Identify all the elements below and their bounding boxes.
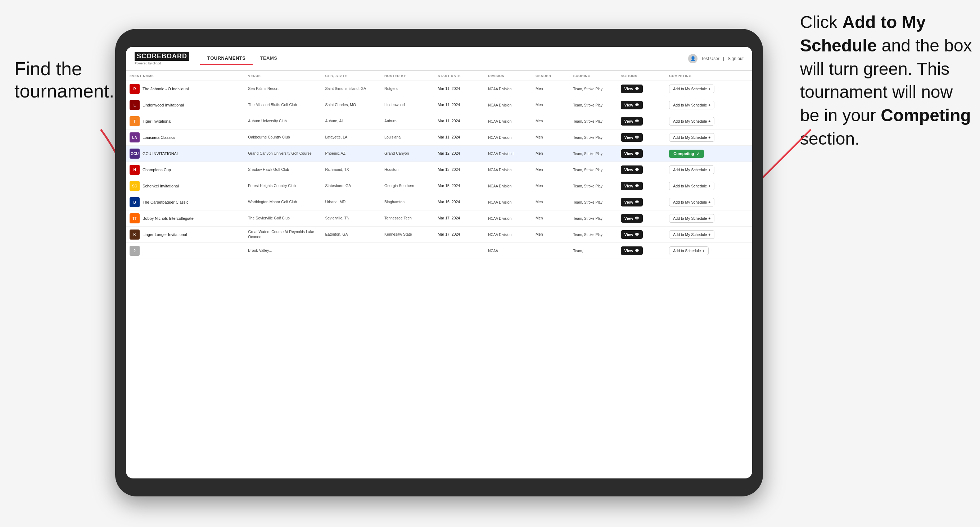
add-schedule-button[interactable]: Add to My Schedule + xyxy=(669,101,714,110)
cell-city: Statesboro, GA xyxy=(321,178,381,194)
cell-date: Mar 11, 2024 xyxy=(434,130,484,146)
cell-gender: Men xyxy=(532,227,570,243)
add-schedule-button[interactable]: Add to My Schedule + xyxy=(669,117,714,125)
col-header-city: CITY, STATE xyxy=(321,71,381,81)
plus-icon: + xyxy=(702,249,704,253)
view-button[interactable]: View 👁 xyxy=(621,230,643,239)
cell-hosted: Binghamton xyxy=(381,194,434,210)
view-button[interactable]: View 👁 xyxy=(621,149,643,158)
cell-date: Mar 12, 2024 xyxy=(434,146,484,162)
cell-gender: Men xyxy=(532,146,570,162)
col-header-actions: ACTIONS xyxy=(617,71,666,81)
table-row: L Lindenwood Invitational The Missouri B… xyxy=(126,97,752,113)
logo-area: SCOREBOARD Powered by clippd xyxy=(135,52,189,65)
plus-icon: + xyxy=(708,200,710,204)
view-button[interactable]: View 👁 xyxy=(621,182,643,190)
cell-competing: Add to My Schedule + xyxy=(665,210,752,227)
cell-date: Mar 13, 2024 xyxy=(434,162,484,178)
cell-division: NCAA Division I xyxy=(484,97,532,113)
cell-city: Saint Simons Island, GA xyxy=(321,81,381,97)
cell-actions: View 👁 xyxy=(617,97,666,113)
cell-event: T Tiger Invitational xyxy=(126,113,244,130)
team-logo: SC xyxy=(130,181,140,191)
cell-event: TT Bobby Nichols Intercollegiate xyxy=(126,210,244,227)
view-button[interactable]: View 👁 xyxy=(621,84,643,93)
cell-city: Sevierville, TN xyxy=(321,210,381,227)
cell-city: Lafayette, LA xyxy=(321,130,381,146)
cell-event: H Champions Cup xyxy=(126,162,244,178)
team-logo: H xyxy=(130,165,140,175)
add-schedule-button[interactable]: Add to My Schedule + xyxy=(669,230,714,239)
plus-icon: + xyxy=(708,184,710,188)
view-button[interactable]: View 👁 xyxy=(621,117,643,125)
col-header-hosted: HOSTED BY xyxy=(381,71,434,81)
competing-button[interactable]: Competing ✓ xyxy=(669,150,703,158)
view-button[interactable]: View 👁 xyxy=(621,214,643,223)
add-schedule-button[interactable]: Add to My Schedule + xyxy=(669,182,714,190)
cell-division: NCAA Division I xyxy=(484,162,532,178)
eye-icon: 👁 xyxy=(635,119,639,124)
add-schedule-button[interactable]: Add to My Schedule + xyxy=(669,165,714,174)
cell-venue: Forest Heights Country Club xyxy=(244,178,321,194)
cell-hosted: Rutgers xyxy=(381,81,434,97)
cell-scoring: Team, Stroke Play xyxy=(570,130,617,146)
team-logo: LA xyxy=(130,132,140,143)
cell-venue: Auburn University Club xyxy=(244,113,321,130)
event-name: The Carpetbagger Classic xyxy=(143,200,189,205)
cell-date xyxy=(434,243,484,259)
eye-icon: 👁 xyxy=(635,232,639,237)
cell-actions: View 👁 xyxy=(617,146,666,162)
table-row: TT Bobby Nichols Intercollegiate The Sev… xyxy=(126,210,752,227)
cell-event: GCU GCU INVITATIONAL xyxy=(126,146,244,162)
add-schedule-button[interactable]: Add to My Schedule + xyxy=(669,214,714,223)
view-button[interactable]: View 👁 xyxy=(621,101,643,110)
cell-scoring: Team, Stroke Play xyxy=(570,113,617,130)
cell-hosted: Lindenwood xyxy=(381,97,434,113)
plus-icon: + xyxy=(708,216,710,221)
tab-teams[interactable]: TEAMS xyxy=(253,52,284,65)
cell-city: Richmond, TX xyxy=(321,162,381,178)
table-row: H Champions Cup Shadow Hawk Golf Club Ri… xyxy=(126,162,752,178)
cell-division: NCAA Division I xyxy=(484,81,532,97)
plus-icon: + xyxy=(708,103,710,107)
col-header-event: EVENT NAME xyxy=(126,71,244,81)
view-button[interactable]: View 👁 xyxy=(621,246,643,255)
table-row: GCU GCU INVITATIONAL Grand Canyon Univer… xyxy=(126,146,752,162)
plus-icon: + xyxy=(708,119,710,124)
add-schedule-button[interactable]: Add to My Schedule + xyxy=(669,198,714,206)
col-header-competing: COMPETING xyxy=(665,71,752,81)
add-schedule-button[interactable]: Add to My Schedule + xyxy=(669,133,714,142)
event-name: GCU INVITATIONAL xyxy=(143,151,179,156)
cell-scoring: Team, xyxy=(570,243,617,259)
cell-event: L Lindenwood Invitational xyxy=(126,97,244,113)
add-schedule-button[interactable]: Add to My Schedule + xyxy=(669,84,714,93)
cell-scoring: Team, Stroke Play xyxy=(570,210,617,227)
cell-venue: The Sevierville Golf Club xyxy=(244,210,321,227)
cell-event: R The Johnnie - O Individual xyxy=(126,81,244,97)
eye-icon: 👁 xyxy=(635,151,639,156)
cell-event: B The Carpetbagger Classic xyxy=(126,194,244,210)
view-button[interactable]: View 👁 xyxy=(621,165,643,174)
col-header-scoring: SCORING xyxy=(570,71,617,81)
sign-out-link[interactable]: Sign out xyxy=(728,56,743,61)
cell-competing: Add to My Schedule + xyxy=(665,178,752,194)
eye-icon: 👁 xyxy=(635,103,639,108)
eye-icon: 👁 xyxy=(635,183,639,189)
cell-hosted: Auburn xyxy=(381,113,434,130)
team-logo: R xyxy=(130,84,140,94)
app-header: SCOREBOARD Powered by clippd TOURNAMENTS… xyxy=(126,47,752,71)
add-schedule-button[interactable]: Add to Schedule + xyxy=(669,246,708,255)
cell-competing: Add to My Schedule + xyxy=(665,227,752,243)
tab-tournaments[interactable]: TOURNAMENTS xyxy=(200,52,253,65)
view-button[interactable]: View 👁 xyxy=(621,198,643,206)
col-header-division: DIVISION xyxy=(484,71,532,81)
tablet-screen: SCOREBOARD Powered by clippd TOURNAMENTS… xyxy=(126,47,752,478)
view-button[interactable]: View 👁 xyxy=(621,133,643,142)
col-header-venue: VENUE xyxy=(244,71,321,81)
cell-hosted: Grand Canyon xyxy=(381,146,434,162)
logo-text: SCOREBOARD xyxy=(135,52,189,61)
cell-gender: Men xyxy=(532,97,570,113)
cell-venue: Grand Canyon University Golf Course xyxy=(244,146,321,162)
cell-scoring: Team, Stroke Play xyxy=(570,227,617,243)
cell-competing: Add to My Schedule + xyxy=(665,81,752,97)
